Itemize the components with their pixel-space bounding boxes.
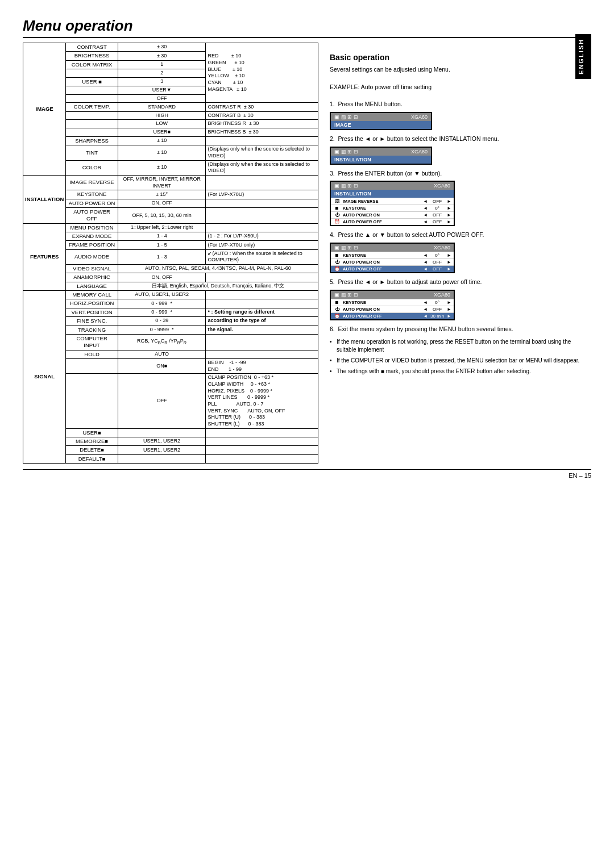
item-hold-on [66, 358, 118, 373]
display-icons3: ▣ ▨ ⊞ ⊟ [334, 183, 358, 189]
item-user2: USER■ [66, 428, 118, 437]
item-frame-pos: FRAME POSITION [66, 241, 118, 249]
item-colortemp: COLOR TEMP. [66, 103, 118, 111]
item-sharpness: SHARPNESS [66, 136, 118, 145]
val-frame-pos: 1 - 5 [118, 241, 206, 249]
example-label: EXAMPLE: Auto power off time setting [330, 83, 591, 91]
sub-frame-pos: (For LVP-X70U only) [206, 241, 318, 249]
row-icon-5-1: ⏹ [333, 300, 341, 305]
row-icon-5-2: ⏻ [333, 307, 341, 312]
val-auto-power-on: ON, OFF [118, 199, 206, 207]
val-cm1: 1 [118, 60, 206, 69]
sub-delete [206, 446, 318, 454]
row-label-4-2: AUTO POWER ON [343, 260, 421, 265]
val-vert-pos: 0 - 999 * [118, 308, 206, 316]
item-menu-pos: MENU POSITION [66, 223, 118, 232]
sub-expand-mode: (1 - 2 : For LVP-X50U) [206, 232, 318, 241]
display-step3-top: ▣ ▨ ⊞ ⊟ XGA60 [331, 182, 454, 190]
menu-table-section: IMAGE CONTRAST ± 30 RED ± 10 GREEN ± 10 … [23, 43, 318, 464]
item-delete: DELETE■ [66, 446, 118, 454]
cat-signal: SIGNAL [23, 291, 66, 464]
val-hold-on: ON■ [118, 358, 206, 373]
display-step2-title: XGA60 [411, 149, 428, 155]
display-step5-title: XGA60 [434, 292, 450, 298]
item-comp-input: COMPUTER INPUT [66, 334, 118, 350]
sub-audio-mode: ↙(AUTO : When the source is selected to … [206, 249, 318, 264]
sub-sharpness [206, 136, 318, 145]
sub-hold-on: BEGIN -1 - -99 END 1 - 99 [206, 358, 318, 373]
val-tracking: 0 - 9999 * [118, 326, 206, 334]
step-5-label: 5. Press the ◄ or ► button to adjust aut… [330, 278, 591, 286]
item-expand-mode: EXPAND MODE [66, 232, 118, 241]
display-step1-title: XGA60 [411, 114, 428, 120]
sub-user2 [206, 428, 318, 437]
val-keystone: ± 15° [118, 190, 206, 199]
page-number: EN – 15 [23, 469, 591, 479]
sub-horiz-pos [206, 299, 318, 308]
sub-ct-br-b: BRIGHTNESS B ± 30 [206, 128, 318, 137]
display-icons5: ▣ ▨ ⊞ ⊟ [334, 292, 358, 298]
row-icon-4: ⏰ [333, 219, 341, 224]
item-image-reverse: IMAGE REVERSE [66, 175, 118, 190]
sub-vert-pos: * : Setting range is different [206, 308, 318, 316]
display-step3-row1: 🖼 IMAGE REVERSE ◄ OFF ► [331, 198, 454, 205]
row-label-4: AUTO POWER OFF [343, 219, 421, 224]
row-icon-4-3: ⏰ [333, 266, 341, 272]
sub-fine-sync: according to the type of [206, 317, 318, 326]
val-menu-pos: 1=Upper left, 2=Lower right [118, 223, 206, 232]
row-label-3: AUTO POWER ON [343, 212, 421, 218]
display-icons2: ▣ ▨ ⊞ ⊟ [334, 149, 358, 155]
item-language: LANGUAGE [66, 282, 118, 290]
display-step5-row1: ⏹ KEYSTONE ◄ 0° ► [331, 299, 454, 306]
item-cm2 [66, 69, 118, 78]
english-label: ENGLISH [578, 39, 584, 74]
step-2-label: 2. Press the ◄ or ► button to select the… [330, 135, 591, 143]
item-cm-user [66, 86, 118, 95]
row-icon-1: 🖼 [333, 199, 341, 204]
right-section: Basic operation Several settings can be … [318, 43, 591, 464]
item-memorize: MEMORIZE■ [66, 437, 118, 446]
val-memory-call: AUTO, USER1, USER2 [118, 291, 206, 299]
val-fine-sync: 0 - 39 [118, 317, 206, 326]
val-ct-high: HIGH [118, 111, 206, 120]
val-brightness: ± 30 [118, 52, 206, 60]
display-step3-tab: INSTALLATION [331, 190, 454, 198]
item-hold-off [66, 374, 118, 429]
display-step4-row1: ⏹ KEYSTONE ◄ 0° ► [331, 252, 454, 258]
display-step5-top: ▣ ▨ ⊞ ⊟ XGA60 [331, 291, 454, 299]
cat-installation: INSTALLATION [23, 175, 66, 223]
item-anamorphic: ANAMORPHIC [66, 273, 118, 282]
bullets-section: If the menu operation is not working, pr… [330, 338, 591, 375]
display-step1-top: ▣ ▨ ⊞ ⊟ XGA60 [331, 113, 431, 121]
row-label-2: KEYSTONE [343, 206, 421, 211]
display-step4: ▣ ▨ ⊞ ⊟ XGA60 ⏹ KEYSTONE ◄ 0° ► ⏻ AUTO P… [330, 243, 455, 273]
sub-color: (Displays only when the source is select… [206, 160, 318, 175]
sub-tracking: the signal. [206, 326, 318, 334]
sub-auto-power-on [206, 199, 318, 207]
item-ct-user [66, 128, 118, 137]
display-step3-title: XGA60 [434, 183, 450, 189]
cat-image: IMAGE [23, 43, 66, 176]
val-ct-low: LOW [118, 120, 206, 128]
item-horiz-pos: HORIZ.POSITION [66, 299, 118, 308]
val-contrast: ± 30 [118, 43, 206, 52]
row-icon-2: ⏹ [333, 206, 341, 211]
sub-comp-input [206, 334, 318, 350]
sub-memorize [206, 437, 318, 446]
item-hold: HOLD [66, 350, 118, 358]
sub-color-matrix: RED ± 10 GREEN ± 10 BLUE ± 10 YELLOW ± 1… [206, 43, 318, 103]
bullet-2: If the COMPUTER or VIDEO button is press… [330, 357, 591, 365]
item-tracking: TRACKING [66, 326, 118, 334]
display-step2: ▣ ▨ ⊞ ⊟ XGA60 INSTALLATION [330, 147, 432, 165]
basic-operation-section: Basic operation Several settings can be … [330, 53, 591, 375]
sub-menu-pos [206, 223, 318, 232]
sub-hold-auto [206, 350, 318, 358]
val-cm2: 2 [118, 69, 206, 78]
row-icon-4-1: ⏹ [333, 253, 341, 258]
step-6-label: 6. Exit the menu system by pressing the … [330, 325, 591, 333]
row-icon-3: ⏻ [333, 212, 341, 218]
val-horiz-pos: 0 - 999 * [118, 299, 206, 308]
item-user: USER ■ [66, 77, 118, 86]
val-auto-power-off: OFF, 5, 10, 15, 30, 60 min [118, 208, 206, 224]
row-icon-5-3: ⏰ [333, 314, 341, 319]
